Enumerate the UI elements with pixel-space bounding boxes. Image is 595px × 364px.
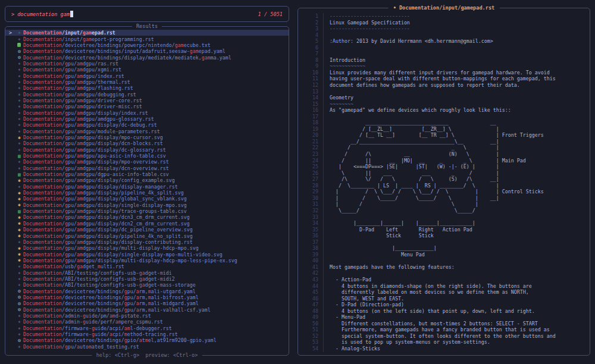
result-row[interactable]: ✱Documentation/ABI/testing/configfs-usb-… <box>5 282 289 288</box>
result-row[interactable]: ✱Documentation/gpu/amdgpu/display/index.… <box>5 109 289 115</box>
text-cursor <box>70 11 73 17</box>
result-row[interactable]: ✱Documentation/gpu/amdgpu/module-paramet… <box>5 128 289 134</box>
result-path: Documentation/gpu/amdgpu/apu-asic-info-t… <box>23 153 166 159</box>
line-number: 43 <box>298 277 324 283</box>
selection-pointer-icon <box>9 134 15 140</box>
search-box[interactable]: > documentation gam 1 / 5051 <box>5 6 289 22</box>
rst-file-icon: ✱ <box>15 319 23 324</box>
yaml-file-icon: ⚙ <box>15 49 23 54</box>
code-text: differently labeled on most devices so w… <box>324 289 529 296</box>
result-row[interactable]: ✱Documentation/gpu/amdgpu/display/dc_pip… <box>5 227 289 233</box>
result-row[interactable]: ✱Documentation/gpu/amdgpu/ras.rst <box>5 61 289 67</box>
result-row[interactable]: ✱Documentation/gpu/amdgpu/display/single… <box>5 202 289 208</box>
search-input[interactable]: documentation gam <box>17 11 70 17</box>
code-text: is used to pop up system-menus or system… <box>324 339 490 346</box>
result-row[interactable]: ✱Documentation/gpu/amdgpu/driver-misc.rs… <box>5 103 289 109</box>
result-row[interactable]: ✱Documentation/gpu/amdgpu/driver-core.rs… <box>5 98 289 103</box>
result-row[interactable]: ✱Documentation/gpu/automated_testing.rst <box>5 344 289 350</box>
preview-line: 28 / \________ | LS | ____ | RS | ______… <box>298 183 590 189</box>
result-row[interactable]: ▦Documentation/gpu/amdgpu/display/trace-… <box>5 208 289 214</box>
result-row[interactable]: ✱Documentation/admin-guide/pm/amd-pstate… <box>5 313 289 319</box>
result-row[interactable]: ⚙Documentation/devicetree/bindings/gpu/a… <box>5 306 289 312</box>
result-row[interactable]: ✱Documentation/firmware-guide/acpi/aml-d… <box>5 325 289 331</box>
preview-line: 16As "gamepad" we define devices which r… <box>298 107 590 114</box>
result-row[interactable]: ✱Documentation/ABI/testing/configfs-usb-… <box>5 276 289 282</box>
result-row[interactable]: ✱Documentation/gpu/amdgpu/flashing.rst <box>5 85 289 91</box>
file-bullet-icon: • <box>393 5 396 11</box>
result-row[interactable]: ✱Documentation/gpu/amdgpu/display/dcn3_c… <box>5 214 289 220</box>
result-row[interactable]: ✱Documentation/gpu/amdgpu/display/pipeli… <box>5 233 289 239</box>
preview-line: 46 SOUTH, WEST and EAST. <box>298 296 590 302</box>
result-row[interactable]: ✱Documentation/gpu/amdgpu/display/pipeli… <box>5 190 289 196</box>
rst-file-icon: ✱ <box>15 98 23 103</box>
result-row[interactable]: Documentation/devicetree/bindings/powerp… <box>5 42 289 48</box>
result-row[interactable]: ⚙Documentation/devicetree/bindings/gpu/a… <box>5 288 289 294</box>
result-row[interactable]: ✱Documentation/gpu/amdgpu/display/mpo-cu… <box>5 134 289 140</box>
result-row[interactable]: ✱Documentation/gpu/amdgpu/display/single… <box>5 251 289 257</box>
result-row[interactable]: ✱Documentation/gpu/amdgpu/display/dc-deb… <box>5 122 289 128</box>
code-text: Furthermore, many gamepads have a fancy … <box>324 327 550 333</box>
result-row[interactable]: ✱Documentation/input/gameport-programmin… <box>5 36 289 42</box>
result-row[interactable]: ✱Documentation/admin-guide/perf/ampere_c… <box>5 319 289 325</box>
result-row[interactable]: ✱Documentation/gpu/amdgpu/display/dc-glo… <box>5 147 289 153</box>
result-row[interactable]: ✱Documentation/gpu/amdgpu/display/displa… <box>5 184 289 190</box>
result-row[interactable]: ✱Documentation/gpu/amdgpu/display/dcn-ov… <box>5 165 289 171</box>
result-row[interactable]: >✱Documentation/input/gamepad.rst <box>5 30 289 36</box>
preview-line: 45 differently labeled on most devices s… <box>298 289 590 296</box>
result-row[interactable]: ✱Documentation/firmware-guide/acpi/metho… <box>5 331 289 337</box>
result-row[interactable]: ✱Documentation/gpu/amdgpu/index.rst <box>5 73 289 79</box>
line-number: 49 <box>298 314 324 321</box>
result-row[interactable]: ▦Documentation/gpu/amdgpu/dgpu-asic-info… <box>5 171 289 177</box>
line-number: 19 <box>298 126 324 133</box>
result-row[interactable]: ⚙Documentation/devicetree/bindings/gpio/… <box>5 337 289 343</box>
selection-pointer-icon <box>9 116 15 122</box>
code-text: having user-space deal with different bu… <box>324 76 556 82</box>
line-number: 50 <box>298 321 324 327</box>
result-row[interactable]: ✱Documentation/gpu/amdgpu/display/multi-… <box>5 258 289 263</box>
results-panel: Results >✱Documentation/input/gamepad.rs… <box>5 26 289 356</box>
result-row[interactable]: ✱Documentation/gpu/amdgpu/thermal.rst <box>5 79 289 85</box>
result-row[interactable]: ✱Documentation/gpu/amdgpu/debugging.rst <box>5 91 289 97</box>
line-number: 46 <box>298 296 324 302</box>
line-number: 45 <box>298 289 324 296</box>
code-text: :Author: 2013 by David Herrmann <dh.herr… <box>324 38 493 45</box>
preview-panel[interactable]: •Documentation/input/gamepad.rst 1------… <box>298 8 590 356</box>
result-row[interactable]: ▦Documentation/gpu/amdgpu/apu-asic-info-… <box>5 153 289 159</box>
results-list[interactable]: >✱Documentation/input/gamepad.rst ✱Docum… <box>5 30 289 350</box>
preview-line: 21 __/________________________________\_… <box>298 139 590 145</box>
result-path: Documentation/devicetree/bindings/displa… <box>23 55 231 61</box>
svg-file-icon: ✱ <box>15 233 23 239</box>
preview-line: 52 special system-button. It often looks… <box>298 333 590 340</box>
selection-pointer-icon <box>9 79 15 85</box>
preview-line: 34 |________|______| |______|___________… <box>298 220 590 227</box>
code-text <box>324 89 330 95</box>
result-path: Documentation/gpu/amdgpu/display/multi-d… <box>23 245 199 251</box>
preview-line: 39 Menu Pad <box>298 252 590 258</box>
preview-line: 8Introduction <box>298 57 590 64</box>
preview-line: 11having user-space deal with different … <box>298 76 590 82</box>
result-path: Documentation/gpu/amdgpu/display/dc-glos… <box>23 147 166 153</box>
line-number: 33 <box>298 214 324 221</box>
result-row[interactable]: ✱Documentation/gpu/amdgpu/display/dcn2_c… <box>5 221 289 227</box>
preview-line: 42 <box>298 270 590 277</box>
result-path: Documentation/gpu/amdgpu/display/config_… <box>23 177 175 183</box>
result-row[interactable]: ⚙Documentation/devicetree/bindings/gpu/a… <box>5 300 289 306</box>
result-row[interactable]: ⚙Documentation/devicetree/bindings/gpu/a… <box>5 294 289 300</box>
result-row[interactable]: ✱Documentation/gpu/amdgpu/xgmi.rst <box>5 67 289 73</box>
result-row[interactable]: ✱Documentation/gpu/amdgpu/display/mpo-ov… <box>5 159 289 165</box>
preview-line: 37 <box>298 239 590 246</box>
result-row[interactable]: ✱Documentation/gpu/amdgpu/display/dcn-bl… <box>5 140 289 146</box>
result-row[interactable]: ⚙Documentation/devicetree/bindings/input… <box>5 48 289 54</box>
code-text <box>324 51 330 57</box>
result-row[interactable]: ✱Documentation/gpu/amdgpu/display/displa… <box>5 239 289 245</box>
svg-file-icon: ✱ <box>15 196 23 202</box>
result-row[interactable]: ✱Documentation/ABI/testing/configfs-usb-… <box>5 269 289 275</box>
result-row[interactable]: ✱Documentation/gpu/amdgpu/display/global… <box>5 196 289 202</box>
result-row[interactable]: ✱Documentation/gpu/amdgpu/display/multi-… <box>5 245 289 251</box>
code-text: special system-button. It often looks di… <box>324 333 556 340</box>
result-row[interactable]: ✱Documentation/usb/gadget_multi.rst <box>5 263 289 269</box>
result-row[interactable]: ✱Documentation/gpu/amdgpu/display/config… <box>5 177 289 183</box>
result-row[interactable]: ✱Documentation/gpu/amdgpu/amdgpu-glossar… <box>5 116 289 122</box>
yaml-file-icon: ⚙ <box>15 288 23 294</box>
result-row[interactable]: ⚙Documentation/devicetree/bindings/displ… <box>5 54 289 60</box>
